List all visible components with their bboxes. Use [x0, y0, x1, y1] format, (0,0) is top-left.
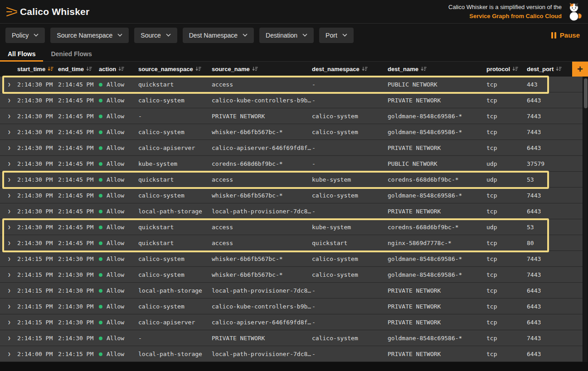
cell-value: 2:14:15 PM: [17, 319, 53, 326]
row-expand-chevron-icon[interactable]: ❯: [0, 97, 17, 103]
cell-start_time: 2:14:30 PM: [17, 129, 58, 135]
cell-value: 2:14:30 PM: [17, 160, 53, 167]
tab-label: Denied Flows: [51, 50, 92, 58]
cell-dest_name: PUBLIC NETWORK: [388, 160, 486, 167]
scrollbar-track[interactable]: [583, 77, 588, 362]
cell-source_namespace: local-path-storage: [138, 208, 212, 215]
row-expand-chevron-icon[interactable]: ❯: [0, 208, 17, 214]
cell-protocol: tcp: [486, 145, 527, 151]
flow-row[interactable]: ❯2:14:30 PM2:14:45 PMAllowlocal-path-sto…: [0, 203, 583, 219]
cell-dest_namespace: calico-system: [312, 192, 388, 199]
column-header-source_namespace[interactable]: source_namespace: [138, 66, 212, 72]
filter-destination[interactable]: Destination: [259, 28, 314, 43]
column-header-protocol[interactable]: protocol: [486, 66, 527, 72]
cell-value: 2:14:30 PM: [17, 81, 53, 88]
filter-label: Destination: [266, 32, 297, 39]
cell-dest_port: 443: [527, 81, 583, 88]
filter-policy[interactable]: Policy: [5, 28, 45, 43]
flow-row[interactable]: ❯2:14:30 PM2:14:45 PMAllowcalico-systemw…: [0, 124, 583, 140]
cell-value: calico-kube-controllers-b9b…: [212, 97, 311, 104]
service-graph-link[interactable]: Service Graph from Calico Cloud: [448, 12, 562, 21]
cell-protocol: udp: [486, 176, 527, 183]
row-expand-chevron-icon[interactable]: ❯: [0, 129, 17, 135]
scrollbar-thumb[interactable]: [584, 78, 588, 108]
flow-row[interactable]: ❯2:14:30 PM2:14:45 PMAllowcalico-apiserv…: [0, 140, 583, 156]
column-label: action: [99, 66, 116, 72]
column-header-start_time[interactable]: start_time: [17, 66, 58, 72]
row-expand-chevron-icon[interactable]: ❯: [0, 272, 17, 278]
row-expand-chevron-icon[interactable]: ❯: [0, 256, 17, 262]
flow-row[interactable]: ❯2:14:15 PM2:14:30 PMAllowcalico-apiserv…: [0, 314, 583, 330]
cell-value: calico-system: [312, 192, 358, 199]
flow-row[interactable]: ❯2:14:30 PM2:14:45 PMAllowquickstartacce…: [0, 172, 583, 188]
cell-end_time: 2:14:45 PM: [58, 81, 99, 88]
cell-dest_name: coredns-668d6bf9bc-*: [388, 224, 486, 231]
row-expand-chevron-icon[interactable]: ❯: [0, 161, 17, 167]
cell-value: udp: [486, 160, 497, 167]
cell-value: 2:14:15 PM: [17, 255, 53, 262]
cell-value: tcp: [486, 351, 497, 357]
flow-row[interactable]: ❯2:14:30 PM2:14:45 PMAllowkube-systemcor…: [0, 156, 583, 172]
flow-row[interactable]: ❯2:14:30 PM2:14:45 PMAllowcalico-systemc…: [0, 92, 583, 108]
row-expand-chevron-icon[interactable]: ❯: [0, 145, 17, 151]
cell-value: Allow: [107, 208, 124, 215]
column-header-source_name[interactable]: source_name: [212, 66, 312, 72]
filter-dest-namespace[interactable]: Dest Namespace: [183, 28, 254, 43]
row-expand-chevron-icon[interactable]: ❯: [0, 304, 17, 309]
flow-row[interactable]: ❯2:14:30 PM2:14:45 PMAllow-PRIVATE NETWO…: [0, 108, 583, 124]
column-header-end_time[interactable]: end_time: [58, 66, 99, 72]
cell-dest_namespace: -: [312, 287, 388, 294]
column-label: start_time: [17, 66, 45, 72]
cell-start_time: 2:14:15 PM: [17, 271, 58, 278]
row-expand-chevron-icon[interactable]: ❯: [0, 224, 17, 230]
cell-value: local-path-provisioner-7dc8…: [212, 287, 311, 294]
filter-source[interactable]: Source: [134, 28, 177, 43]
cell-dest_name: goldmane-8548c69586-*: [388, 271, 486, 278]
flow-row[interactable]: ❯2:14:15 PM2:14:30 PMAllow-PRIVATE NETWO…: [0, 330, 583, 346]
flow-row[interactable]: ❯2:14:30 PM2:14:45 PMAllowquickstartacce…: [0, 77, 583, 92]
add-column-button[interactable]: +: [572, 62, 588, 77]
column-label: protocol: [486, 66, 510, 72]
cell-value: 6443: [527, 145, 541, 151]
cell-value: coredns-668d6bf9bc-*: [212, 160, 283, 167]
row-expand-chevron-icon[interactable]: ❯: [0, 335, 17, 341]
row-expand-chevron-icon[interactable]: ❯: [0, 351, 17, 357]
filter-source-namespace[interactable]: Source Namespace: [50, 28, 129, 43]
flow-row[interactable]: ❯2:14:15 PM2:14:30 PMAllowcalico-systemc…: [0, 299, 583, 314]
chevron-down-icon: [166, 34, 171, 37]
flow-row[interactable]: ❯2:14:15 PM2:14:30 PMAllowcalico-systemw…: [0, 251, 583, 267]
column-header-action[interactable]: action: [99, 66, 138, 72]
cell-source_name: access: [212, 224, 312, 231]
cell-end_time: 2:14:45 PM: [58, 224, 99, 231]
row-expand-chevron-icon[interactable]: ❯: [0, 82, 17, 87]
cell-source_namespace: local-path-storage: [138, 351, 212, 357]
cell-value: 7443: [527, 335, 541, 342]
cell-value: 6443: [527, 319, 541, 326]
row-expand-chevron-icon[interactable]: ❯: [0, 319, 17, 325]
calico-whisker-app: Calico Whisker Calico Whisker is a simpl…: [0, 0, 588, 371]
filter-port[interactable]: Port: [319, 28, 354, 43]
flow-row[interactable]: ❯2:14:15 PM2:14:30 PMAllowcalico-systemw…: [0, 267, 583, 283]
flow-row[interactable]: ❯2:14:00 PM2:14:15 PMAllowlocal-path-sto…: [0, 346, 583, 362]
cell-source_namespace: calico-system: [138, 271, 212, 278]
cell-source_namespace: quickstart: [138, 224, 212, 231]
flow-row[interactable]: ❯2:14:15 PM2:14:30 PMAllowlocal-path-sto…: [0, 283, 583, 299]
row-expand-chevron-icon[interactable]: ❯: [0, 288, 17, 294]
cell-dest_name: coredns-668d6bf9bc-*: [388, 176, 486, 183]
flow-row[interactable]: ❯2:14:30 PM2:14:45 PMAllowcalico-systemw…: [0, 188, 583, 203]
row-expand-chevron-icon[interactable]: ❯: [0, 177, 17, 183]
sort-icon: [252, 67, 258, 72]
row-expand-chevron-icon[interactable]: ❯: [0, 193, 17, 198]
tab-denied-flows[interactable]: Denied Flows: [43, 47, 99, 61]
cell-end_time: 2:14:30 PM: [58, 303, 99, 310]
pause-button[interactable]: Pause: [551, 31, 580, 39]
flow-row[interactable]: ❯2:14:30 PM2:14:45 PMAllowquickstartacce…: [0, 235, 583, 251]
cell-value: 2:14:45 PM: [58, 192, 93, 199]
column-header-dest_name[interactable]: dest_name: [388, 66, 486, 72]
tab-all-flows[interactable]: All Flows: [0, 47, 43, 61]
column-header-dest_namespace[interactable]: dest_namespace: [312, 66, 388, 72]
cell-dest_namespace: -: [312, 81, 388, 88]
flow-row[interactable]: ❯2:14:30 PM2:14:45 PMAllowquickstartacce…: [0, 219, 583, 235]
row-expand-chevron-icon[interactable]: ❯: [0, 113, 17, 119]
row-expand-chevron-icon[interactable]: ❯: [0, 240, 17, 246]
